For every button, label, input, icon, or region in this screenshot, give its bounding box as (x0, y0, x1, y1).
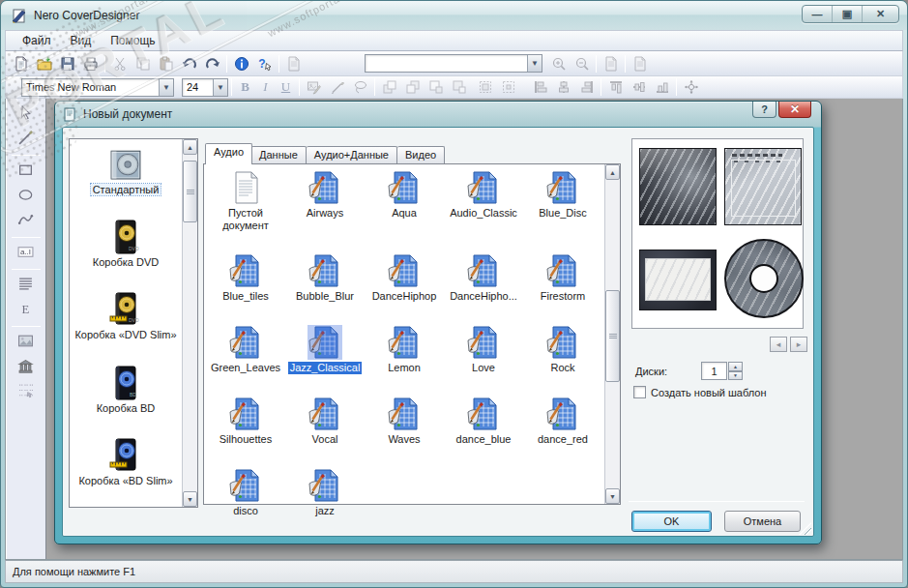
send-to-back-button[interactable] (448, 77, 470, 98)
underline-button[interactable]: U (276, 78, 296, 97)
template-item[interactable]: dance_red (523, 395, 602, 466)
template-item[interactable]: DanceHipho... (444, 251, 523, 323)
bold-button[interactable]: B (235, 78, 255, 97)
pen-tool[interactable] (12, 128, 41, 151)
template-item[interactable]: Waves (365, 395, 444, 466)
info-button[interactable] (230, 53, 252, 74)
maximize-button[interactable]: ▣ (833, 6, 863, 22)
undo-button[interactable] (178, 53, 200, 74)
scrollbar-thumb[interactable] (183, 161, 197, 222)
context-help-button[interactable]: ? (253, 53, 276, 74)
new-document-button[interactable] (10, 53, 32, 74)
template-item[interactable]: Green_Leaves (206, 323, 285, 395)
menu-item-1[interactable]: Вид (62, 32, 101, 49)
chevron-down-icon[interactable]: ▼ (213, 79, 227, 96)
chevron-down-icon[interactable]: ▼ (527, 55, 542, 72)
insert-template-button[interactable] (282, 53, 305, 74)
save-button[interactable] (56, 53, 78, 74)
template-item[interactable]: Aqua (365, 168, 444, 251)
template-item[interactable]: Bubble_Blur (285, 251, 365, 323)
align-right-button[interactable] (575, 77, 598, 98)
chevron-down-icon[interactable]: ▼ (159, 79, 173, 96)
menu-item-0[interactable]: Файл (14, 32, 60, 49)
preview-prev-button[interactable]: ◂ (770, 337, 787, 352)
zoom-out-button[interactable] (571, 53, 593, 74)
print-button[interactable] (79, 53, 102, 74)
font-size-combobox[interactable]: 24 ▼ (182, 78, 228, 97)
scrollbar-thumb[interactable] (605, 290, 620, 382)
align-top-button[interactable] (604, 77, 627, 98)
object-combobox[interactable]: ▼ (365, 54, 542, 73)
tracklist-tool[interactable] (12, 274, 41, 297)
template-item[interactable]: Audio_Classic (444, 168, 523, 251)
ok-button[interactable]: OK (631, 511, 712, 532)
template-item[interactable]: Blue_tiles (206, 251, 285, 323)
page-setup-button[interactable] (629, 53, 651, 74)
create-template-checkbox[interactable] (633, 386, 646, 398)
box-type-item[interactable]: DVDКоробка DVD (71, 214, 181, 286)
dialog-help-button[interactable]: ? (752, 102, 776, 118)
select-object-button[interactable] (497, 77, 519, 98)
template-item[interactable]: Firestorm (523, 251, 602, 323)
tab-Аудио+Данные[interactable]: Аудио+Данные (307, 146, 397, 164)
cancel-button[interactable]: Отмена (724, 511, 801, 532)
template-scrollbar[interactable]: ▲ ▼ (604, 164, 620, 504)
template-item[interactable]: Vocal (285, 395, 365, 466)
open-button[interactable] (33, 53, 55, 74)
field-tool[interactable]: E (12, 299, 41, 322)
page-preview-button[interactable] (600, 53, 622, 74)
zoom-in-button[interactable] (547, 53, 570, 74)
box-type-item[interactable]: DVDКоробка «DVD Slim» (71, 286, 181, 359)
template-item[interactable]: DanceHiphop (365, 251, 444, 323)
box-type-item[interactable]: BDКоробка BD (71, 360, 181, 432)
template-item[interactable]: Пустой документ (206, 168, 285, 251)
template-item[interactable]: Lemon (365, 323, 444, 395)
rectangle-tool[interactable] (12, 160, 41, 183)
center-on-page-button[interactable] (680, 77, 702, 98)
font-name-combobox[interactable]: Times New Roman ▼ (21, 78, 174, 97)
template-item[interactable]: Jazz_Classical (285, 323, 365, 395)
italic-button[interactable]: I (255, 78, 276, 97)
copy-button[interactable] (132, 53, 154, 74)
scroll-up-icon[interactable]: ▲ (183, 139, 197, 155)
align-left-button[interactable] (529, 77, 551, 98)
template-item[interactable]: Silhouettes (206, 395, 285, 466)
scroll-up-icon[interactable]: ▲ (605, 164, 620, 180)
bring-forward-button[interactable] (401, 77, 424, 98)
ellipse-tool[interactable] (12, 185, 41, 208)
template-item[interactable]: Airways (285, 168, 365, 251)
align-bottom-button[interactable] (651, 77, 673, 98)
menu-item-2[interactable]: Помощь (102, 32, 163, 49)
send-backward-button[interactable] (425, 77, 447, 98)
box-type-scrollbar[interactable]: ▲ ▼ (182, 139, 197, 507)
select-frame-button[interactable] (474, 77, 496, 98)
box-type-item[interactable]: Стандартный (71, 141, 181, 214)
image-tool[interactable] (12, 331, 41, 354)
box-type-item[interactable]: Коробка «BD Slim» (71, 432, 181, 505)
select-tool[interactable] (12, 103, 41, 126)
cut-button[interactable] (108, 53, 131, 74)
template-item[interactable]: disco (206, 466, 285, 536)
align-middle-button[interactable] (628, 77, 650, 98)
minimize-button[interactable]: — (803, 6, 833, 22)
scroll-down-icon[interactable]: ▼ (605, 488, 620, 504)
bring-to-front-button[interactable] (378, 77, 400, 98)
image-tool-button[interactable] (303, 77, 325, 98)
template-item[interactable]: dance_blue (444, 395, 523, 466)
scroll-down-icon[interactable]: ▼ (183, 491, 197, 507)
tab-Данные[interactable]: Данные (251, 146, 307, 164)
spinner-down-icon[interactable]: ▼ (728, 371, 743, 381)
close-button[interactable]: ✕ (863, 6, 898, 22)
spinner-up-icon[interactable]: ▲ (728, 362, 743, 371)
tab-Аудио[interactable]: Аудио (205, 143, 252, 164)
paste-button[interactable] (155, 53, 177, 74)
dialog-close-button[interactable]: ✕ (778, 102, 811, 118)
align-center-button[interactable] (552, 77, 574, 98)
template-item[interactable]: jazz (285, 466, 365, 536)
preview-next-button[interactable]: ▸ (790, 337, 807, 352)
grid-tool[interactable] (12, 381, 41, 404)
tab-Видео[interactable]: Видео (397, 146, 445, 164)
pen-tool-button[interactable] (326, 77, 348, 98)
artwork-tool[interactable] (12, 356, 41, 379)
template-item[interactable]: Blue_Disc (523, 168, 602, 251)
